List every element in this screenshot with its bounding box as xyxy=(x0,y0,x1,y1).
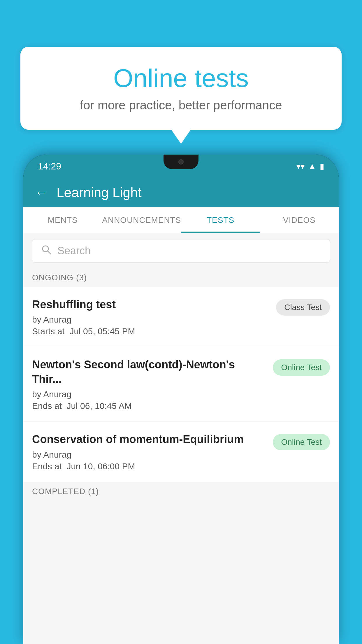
promo-title: Online tests xyxy=(44,64,318,92)
test-badge-1: Class Test xyxy=(276,299,330,316)
status-bar: 14:29 ▾▾ ▲ ▮ xyxy=(23,155,339,178)
test-author-1: by Anurag xyxy=(32,315,270,325)
camera-dot xyxy=(178,159,184,164)
test-info-3: Conservation of momentum-Equilibrium by … xyxy=(32,432,267,471)
battery-icon: ▮ xyxy=(320,162,324,171)
signal-icon: ▲ xyxy=(308,162,316,171)
back-arrow[interactable]: ← xyxy=(35,185,48,200)
tab-videos[interactable]: VIDEOS xyxy=(260,207,339,233)
phone-screen: MENTS ANNOUNCEMENTS TESTS VIDEOS xyxy=(23,207,339,644)
test-item[interactable]: Newton's Second law(contd)-Newton's Thir… xyxy=(23,347,339,422)
test-badge-2: Online Test xyxy=(273,359,330,376)
ongoing-section-header: ONGOING (3) xyxy=(23,268,339,287)
test-info-1: Reshuffling test by Anurag Starts at Jul… xyxy=(32,298,270,336)
test-badge-3: Online Test xyxy=(273,434,330,450)
promo-bubble: Online tests for more practice, better p… xyxy=(20,47,342,130)
test-date-3: Ends at Jun 10, 06:00 PM xyxy=(32,461,267,471)
search-icon xyxy=(41,244,52,258)
completed-section-header: COMPLETED (1) xyxy=(23,482,339,501)
test-author-3: by Anurag xyxy=(32,450,267,460)
promo-subtitle: for more practice, better performance xyxy=(44,98,318,112)
test-date-1: Starts at Jul 05, 05:45 PM xyxy=(32,326,270,336)
tab-announcements[interactable]: ANNOUNCEMENTS xyxy=(102,207,181,233)
test-name-3: Conservation of momentum-Equilibrium xyxy=(32,432,267,447)
svg-line-1 xyxy=(48,251,51,254)
test-list: Reshuffling test by Anurag Starts at Jul… xyxy=(23,287,339,482)
promo-section: Online tests for more practice, better p… xyxy=(20,47,342,130)
status-icons: ▾▾ ▲ ▮ xyxy=(296,162,324,171)
wifi-icon: ▾▾ xyxy=(296,162,305,171)
test-date-2: Ends at Jul 06, 10:45 AM xyxy=(32,401,267,411)
test-author-2: by Anurag xyxy=(32,389,267,399)
test-name-1: Reshuffling test xyxy=(32,298,270,312)
test-info-2: Newton's Second law(contd)-Newton's Thir… xyxy=(32,358,267,411)
notch xyxy=(164,155,198,169)
status-time: 14:29 xyxy=(38,161,61,172)
search-container: Search xyxy=(23,233,339,268)
tabs-bar: MENTS ANNOUNCEMENTS TESTS VIDEOS xyxy=(23,207,339,233)
search-placeholder: Search xyxy=(57,245,91,257)
test-name-2: Newton's Second law(contd)-Newton's Thir… xyxy=(32,358,267,386)
tab-tests[interactable]: TESTS xyxy=(181,207,260,233)
test-item[interactable]: Reshuffling test by Anurag Starts at Jul… xyxy=(23,287,339,347)
phone-frame: 14:29 ▾▾ ▲ ▮ ← Learning Light MENTS ANNO… xyxy=(23,155,339,644)
tab-ments[interactable]: MENTS xyxy=(23,207,102,233)
app-title: Learning Light xyxy=(57,185,142,200)
test-item[interactable]: Conservation of momentum-Equilibrium by … xyxy=(23,422,339,482)
app-bar: ← Learning Light xyxy=(23,178,339,207)
search-input[interactable]: Search xyxy=(32,239,330,262)
